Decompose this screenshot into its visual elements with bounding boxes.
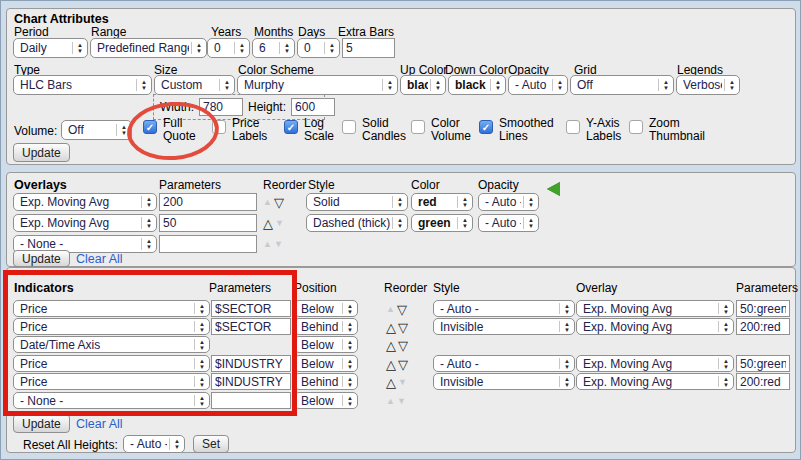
indicator-select[interactable]: Price <box>13 355 210 372</box>
indicator-parameters-input[interactable] <box>211 300 291 317</box>
position-select[interactable]: Below <box>294 392 358 409</box>
indicator-style-select[interactable]: - Auto - <box>433 355 575 372</box>
type-select[interactable]: HLC Bars <box>13 75 152 95</box>
indicator-parameters-input[interactable] <box>211 373 291 390</box>
indicator-parameters-input[interactable] <box>211 392 291 409</box>
indicator-style-select[interactable]: Invisible <box>433 318 575 335</box>
reorder-controls <box>263 215 293 232</box>
position-select[interactable]: Behind Ind. <box>294 373 358 390</box>
indicator-overlay-parameters-input[interactable] <box>736 318 790 335</box>
opacity-select[interactable]: - Auto - <box>478 214 539 232</box>
grid-select[interactable]: Off <box>570 75 674 95</box>
color-select[interactable]: red <box>411 193 473 211</box>
position-select[interactable]: Below <box>294 336 358 353</box>
stepper-icon <box>194 395 207 406</box>
indicator-overlay-select[interactable]: Exp. Moving Avg <box>576 318 734 335</box>
volume-select[interactable]: Off <box>61 120 132 140</box>
reorder-up-icon[interactable] <box>386 358 396 371</box>
height-input[interactable] <box>291 98 335 116</box>
checkbox-y-axis-labels-label[interactable]: Y-AxisLabels <box>586 117 621 143</box>
extra-bars-input[interactable] <box>342 38 395 58</box>
indicator-select[interactable]: Price <box>13 318 210 335</box>
overlay-select[interactable]: Exp. Moving Avg <box>13 214 157 232</box>
months-select[interactable]: 6 <box>252 38 295 58</box>
reorder-down-icon[interactable] <box>397 303 407 316</box>
reorder-up-icon[interactable] <box>386 339 396 352</box>
checkbox-zoom-thumbnail-label[interactable]: ZoomThumbnail <box>649 117 705 143</box>
set-button[interactable]: Set <box>193 435 229 453</box>
checkbox-y-axis-labels[interactable] <box>566 120 580 134</box>
period-select[interactable]: Daily <box>13 38 88 58</box>
reorder-up-icon <box>386 397 395 406</box>
indicator-overlay-parameters-input[interactable] <box>736 355 790 372</box>
position-select[interactable]: Below <box>294 355 358 372</box>
checkbox-log-scale-label[interactable]: LogScale <box>304 117 334 143</box>
checkbox-price-labels-label[interactable]: PriceLabels <box>232 117 267 143</box>
years-select[interactable]: 0 <box>207 38 250 58</box>
clear-all-link[interactable]: Clear All <box>76 252 123 266</box>
width-input[interactable] <box>199 98 243 116</box>
indicator-overlay-select[interactable]: Exp. Moving Avg <box>576 373 734 390</box>
indicator-overlay-parameters-input[interactable] <box>736 373 790 390</box>
size-select-value: Custom <box>161 78 217 92</box>
checkbox-full-quote-label[interactable]: FullQuote <box>163 117 196 143</box>
color-scheme-select[interactable]: Murphy <box>237 75 398 95</box>
clear-all-link[interactable]: Clear All <box>76 417 123 431</box>
reorder-down-icon[interactable] <box>398 339 408 352</box>
stepper-icon <box>234 42 247 55</box>
indicator-select[interactable]: Price <box>13 373 210 390</box>
opacity-select[interactable]: - Auto - <box>478 193 539 211</box>
indicator-select[interactable]: - None - <box>13 392 210 409</box>
position-select[interactable]: Behind Ind. <box>294 318 358 335</box>
indicator-style-select[interactable]: - Auto - <box>433 300 575 317</box>
overlay-select[interactable]: Exp. Moving Avg <box>13 193 157 211</box>
collapse-section-icon[interactable] <box>547 182 560 196</box>
style-select[interactable]: Solid <box>306 193 408 211</box>
size-select[interactable]: Custom <box>154 75 235 95</box>
days-select[interactable]: 0 <box>297 38 340 58</box>
indicator-parameters-input[interactable] <box>211 355 291 372</box>
reorder-down-icon[interactable] <box>274 196 284 209</box>
checkbox-smoothed-lines-label[interactable]: SmoothedLines <box>499 117 554 143</box>
reorder-up-icon[interactable] <box>386 376 396 389</box>
indicator-overlay-select[interactable]: Exp. Moving Avg <box>576 355 734 372</box>
update-button[interactable]: Update <box>13 143 70 162</box>
range-select[interactable]: Predefined Range <box>90 38 207 58</box>
checkbox-color-volume-label[interactable]: ColorVolume <box>431 117 471 143</box>
checkbox-log-scale[interactable] <box>284 120 298 134</box>
reorder-up-icon[interactable] <box>263 217 273 230</box>
checkbox-solid-candles-label[interactable]: SolidCandles <box>362 117 406 143</box>
opacity-select[interactable]: - Auto - <box>508 75 568 95</box>
reorder-down-icon[interactable] <box>398 358 408 371</box>
update-button[interactable]: Update <box>13 414 70 433</box>
indicator-style-select[interactable]: Invisible <box>433 373 575 390</box>
checkbox-price-labels[interactable] <box>212 120 226 134</box>
color-select[interactable]: green <box>411 214 473 232</box>
checkbox-color-volume[interactable] <box>411 120 425 134</box>
overlay-parameters-input[interactable] <box>159 235 257 253</box>
style-select[interactable]: Dashed (thick) <box>306 214 408 232</box>
down-color-select[interactable]: black <box>448 75 506 95</box>
indicator-select[interactable]: Price <box>13 300 210 317</box>
checkbox-full-quote[interactable] <box>143 120 157 134</box>
overlay-parameters-input[interactable] <box>159 193 257 211</box>
legends-select[interactable]: Verbose <box>676 75 740 95</box>
checkbox-solid-candles[interactable] <box>342 120 356 134</box>
indicator-overlay-parameters-input[interactable] <box>736 300 790 317</box>
checkbox-zoom-thumbnail[interactable] <box>629 120 643 134</box>
position-select[interactable]: Below <box>294 300 358 317</box>
indicator-parameters-input[interactable] <box>211 318 291 335</box>
indicator-select[interactable]: Date/Time Axis <box>13 336 210 353</box>
overlay-parameters-input[interactable] <box>159 214 257 232</box>
reorder-down-icon[interactable] <box>398 321 408 334</box>
reorder-up-icon[interactable] <box>386 321 396 334</box>
reorder-down-icon <box>275 219 284 228</box>
stepper-icon <box>141 196 154 207</box>
reset-heights-select[interactable]: - Auto - <box>123 435 185 453</box>
checkbox-smoothed-lines[interactable] <box>479 120 493 134</box>
indicator-overlay-select[interactable]: Exp. Moving Avg <box>576 300 734 317</box>
update-button[interactable]: Update <box>13 250 70 267</box>
position-select-value: Below <box>301 394 340 408</box>
up-color-select[interactable]: black <box>400 75 446 95</box>
reorder-down-icon <box>397 397 406 406</box>
